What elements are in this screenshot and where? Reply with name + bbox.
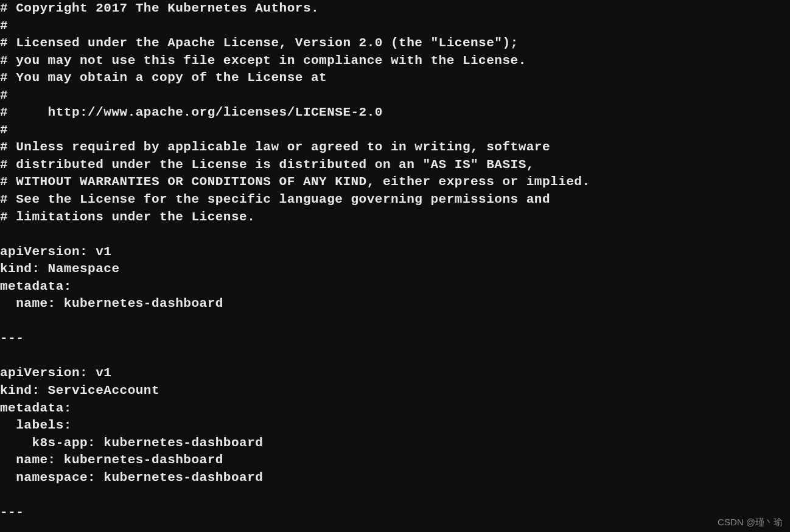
csdn-watermark: CSDN @瑾丶瑜 bbox=[718, 516, 783, 528]
yaml-code-block: # Copyright 2017 The Kubernetes Authors.… bbox=[0, 0, 790, 521]
